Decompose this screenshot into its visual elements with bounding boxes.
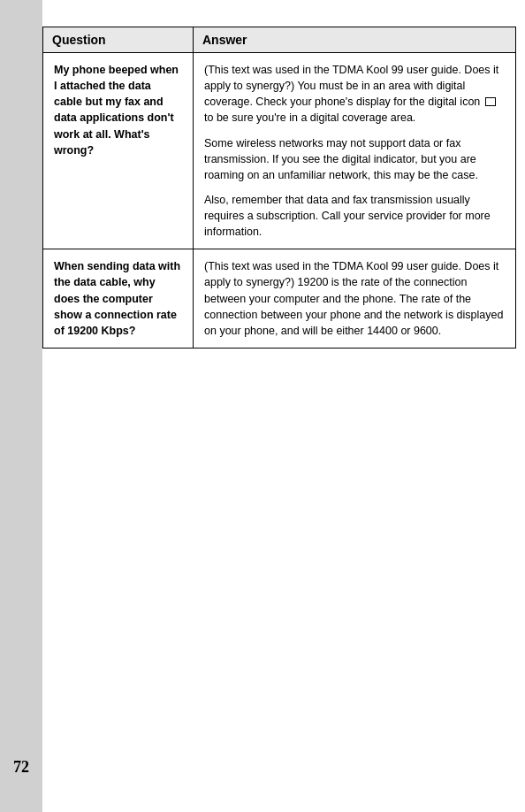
question-cell-2: When sending data with the data cable, w… <box>43 249 194 349</box>
table-row: My phone beeped when I attached the data… <box>43 53 516 249</box>
question-cell-1: My phone beeped when I attached the data… <box>43 53 194 249</box>
question-header: Question <box>43 27 194 53</box>
answer-para-2-1: (This text was used in the TDMA Kool 99 … <box>204 258 505 339</box>
table-row: When sending data with the data cable, w… <box>43 249 516 349</box>
answer-header: Answer <box>194 27 516 53</box>
answer-cell-1: (This text was used in the TDMA Kool 99 … <box>194 53 516 249</box>
digital-icon <box>485 97 496 106</box>
answer-para-1-2: Some wireless networks may not support d… <box>204 135 505 183</box>
answer-para-1-1: (This text was used in the TDMA Kool 99 … <box>204 62 505 126</box>
table-header-row: Question Answer <box>43 27 516 53</box>
qa-table: Question Answer My phone beeped when I a… <box>42 27 516 349</box>
left-sidebar: 72 <box>0 0 42 812</box>
page-container: 72 Question Answer My phone beeped when … <box>0 0 525 812</box>
question-text-1: My phone beeped when I attached the data… <box>54 64 179 157</box>
page-number: 72 <box>13 758 29 777</box>
answer-para-1-3: Also, remember that data and fax transmi… <box>204 192 505 240</box>
question-text-2: When sending data with the data cable, w… <box>54 260 180 337</box>
answer-cell-2: (This text was used in the TDMA Kool 99 … <box>194 249 516 349</box>
main-content: Question Answer My phone beeped when I a… <box>42 27 516 785</box>
